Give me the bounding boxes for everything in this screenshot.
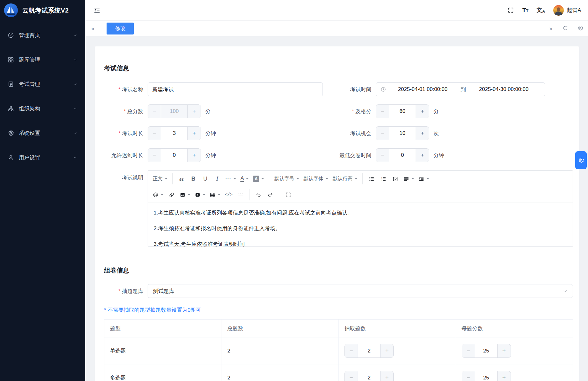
section-title-exam-info: 考试信息 (104, 64, 573, 72)
duration-input[interactable] (161, 127, 187, 140)
font-color-dropdown[interactable]: A (238, 173, 251, 184)
chevron-down-icon (73, 107, 77, 111)
code-block-button[interactable]: </> (223, 189, 234, 200)
font-size-label: 默认字号 (274, 176, 294, 182)
bullet-list-button[interactable] (365, 173, 377, 184)
fullscreen-icon[interactable] (507, 7, 514, 13)
insert-divider-button[interactable] (234, 189, 246, 200)
draw-count-stepper: − + (344, 371, 394, 381)
blockquote-icon[interactable]: “ (176, 173, 187, 184)
pass-score-input[interactable] (389, 105, 416, 118)
form-row-late-allow: 允许迟到时长 − + 分钟 (104, 148, 323, 162)
increase-button[interactable]: + (380, 344, 393, 357)
sidebar-item-dashboard[interactable]: 管理首页 (4, 28, 81, 43)
exam-name-input[interactable] (148, 82, 323, 96)
increase-button[interactable]: + (187, 149, 201, 162)
form-row-description: 考试说明 正文 “ B U I ··· A (104, 170, 573, 247)
sidebar-item-question-bank[interactable]: 题库管理 (4, 52, 81, 67)
insert-table-dropdown[interactable] (207, 189, 223, 200)
exam-time-range-picker[interactable]: 2025-04-01 00:00:00 到 2025-04-30 00:00:0… (376, 82, 545, 96)
increase-button[interactable]: + (187, 127, 201, 140)
pass-score-label: 及格分 (323, 108, 371, 115)
decrease-button[interactable]: − (148, 149, 161, 162)
exam-name-label: 考试名称 (104, 86, 143, 93)
decrease-button[interactable]: − (462, 344, 475, 357)
paragraph-style-dropdown[interactable]: 正文 (150, 173, 170, 184)
indent-dropdown[interactable] (416, 173, 431, 184)
line-height-dropdown[interactable]: 默认行高 (330, 173, 360, 184)
sidebar-nav: 管理首页 题库管理 考试管理 组织架构 系统设置 (0, 21, 85, 165)
italic-button[interactable]: I (211, 173, 223, 184)
increase-button[interactable]: + (416, 127, 429, 140)
insert-link-button[interactable] (165, 189, 177, 200)
theme-settings-button[interactable] (575, 151, 587, 169)
late-allow-input[interactable] (161, 149, 187, 162)
increase-button[interactable]: + (187, 105, 201, 118)
bold-button[interactable]: B (187, 173, 199, 184)
insert-video-dropdown[interactable] (192, 189, 207, 200)
total-score-input[interactable] (161, 105, 187, 118)
user-avatar[interactable] (553, 5, 564, 16)
tabs-scroll-right-button[interactable]: » (543, 21, 558, 36)
decrease-button[interactable]: − (148, 105, 161, 118)
align-dropdown[interactable] (401, 173, 416, 184)
more-styles-dropdown[interactable]: ··· (223, 173, 238, 184)
undo-button[interactable] (252, 189, 264, 200)
increase-button[interactable]: + (416, 105, 429, 118)
end-datetime[interactable]: 2025-04-30 00:00:00 (467, 86, 541, 93)
user-name[interactable]: 超管A (567, 7, 581, 14)
min-submit-input[interactable] (389, 149, 416, 162)
increase-button[interactable]: + (416, 149, 429, 162)
increase-button[interactable]: + (497, 344, 511, 357)
sidebar-item-org-structure[interactable]: 组织架构 (4, 101, 81, 116)
decrease-button[interactable]: − (376, 105, 389, 118)
emoji-dropdown[interactable] (150, 189, 165, 200)
font-family-dropdown[interactable]: 默认字体 (301, 173, 330, 184)
decrease-button[interactable]: − (345, 344, 358, 357)
decrease-button[interactable]: − (376, 149, 389, 162)
font-size-dropdown[interactable]: 默认字号 (272, 173, 301, 184)
sidebar-item-exam-management[interactable]: 考试管理 (4, 77, 81, 92)
editor-content[interactable]: 1.考生应认真核实准考证所列各项信息是否准确,如有问题,应在考试之前向考点确认。… (148, 203, 573, 246)
sidebar-item-user-settings[interactable]: 用户设置 (4, 150, 81, 165)
tab-modify[interactable]: 修改 (107, 23, 134, 34)
header-actions: TT 文A 超管A (507, 5, 581, 16)
font-size-icon-small: T (526, 8, 528, 13)
attempts-input[interactable] (389, 127, 416, 140)
refresh-tab-button[interactable] (558, 21, 573, 36)
increase-button[interactable]: + (497, 371, 511, 381)
pass-score-stepper: − + (376, 104, 429, 118)
draw-count-input[interactable] (358, 344, 380, 357)
table-cell-score: − + (456, 364, 573, 381)
question-type-table: 题型 总题数 抽取题数 每题分数 单选题 2 − + (104, 319, 573, 381)
language-icon[interactable]: 文A (537, 7, 545, 13)
paragraph-style-label: 正文 (153, 176, 163, 182)
score-input[interactable] (475, 344, 497, 357)
tabs-scroll-left-button[interactable]: « (85, 21, 100, 36)
sidebar-item-system-settings[interactable]: 系统设置 (4, 125, 81, 140)
font-size-icon[interactable]: TT (522, 7, 528, 13)
fullscreen-icon (285, 192, 291, 198)
collapse-sidebar-button[interactable] (93, 7, 101, 14)
decrease-button[interactable]: − (462, 371, 475, 381)
redo-button[interactable] (264, 189, 276, 200)
draw-count-input[interactable] (358, 371, 380, 381)
background-color-dropdown[interactable]: A (251, 173, 266, 184)
increase-button[interactable]: + (380, 371, 393, 381)
checklist-button[interactable] (389, 173, 401, 184)
duration-stepper: − + (148, 126, 201, 140)
form-row-question-bank: 抽题题库 测试题库 (104, 284, 573, 298)
numbered-list-button[interactable] (377, 173, 389, 184)
underline-button[interactable]: U (199, 173, 211, 184)
insert-image-dropdown[interactable] (177, 189, 192, 200)
start-datetime[interactable]: 2025-04-01 00:00:00 (386, 86, 459, 93)
rich-text-editor: 正文 “ B U I ··· A A 默认字号 (148, 170, 573, 247)
org-structure-icon (8, 105, 14, 112)
decrease-button[interactable]: − (148, 127, 161, 140)
editor-fullscreen-button[interactable] (282, 189, 294, 200)
tab-settings-button[interactable] (573, 21, 588, 36)
decrease-button[interactable]: − (345, 371, 358, 381)
decrease-button[interactable]: − (376, 127, 389, 140)
question-bank-select[interactable]: 测试题库 (148, 284, 573, 298)
score-input[interactable] (475, 371, 497, 381)
